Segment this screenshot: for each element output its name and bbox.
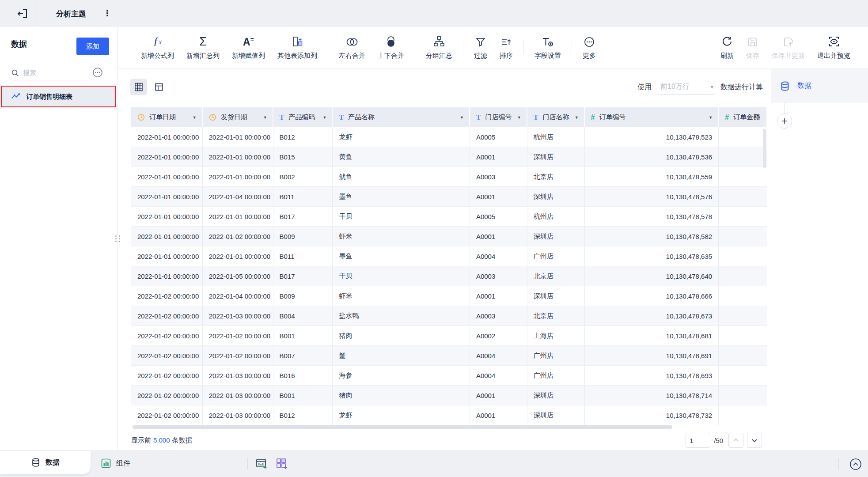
- row-count-link[interactable]: 5,000: [153, 436, 170, 444]
- add-button[interactable]: 添加: [76, 38, 109, 55]
- table-cell: 2022-01-05 00:00:00: [203, 266, 273, 286]
- column-header-label: 发货日期: [221, 113, 247, 121]
- table-cell: 猪肉: [333, 326, 470, 346]
- table-row: 2022-01-02 00:00:002022-01-02 00:00:00B0…: [131, 346, 767, 366]
- add-table-button[interactable]: [777, 114, 792, 129]
- date-type-icon: [137, 114, 145, 121]
- table-row: 2022-01-01 00:00:002022-01-01 00:00:00B0…: [131, 167, 767, 187]
- page-input[interactable]: [686, 433, 710, 448]
- tab-component[interactable]: 组件: [101, 451, 130, 476]
- table-cell: [719, 306, 767, 326]
- field-settings-icon: [542, 34, 554, 48]
- table-cell: 海参: [333, 366, 470, 386]
- assign-icon: A=: [243, 34, 254, 48]
- toolbar-refresh[interactable]: 刷新: [714, 34, 740, 60]
- column-header[interactable]: #订单金额▼: [719, 107, 767, 127]
- column-header[interactable]: T产品编码▼: [273, 107, 333, 127]
- column-dropdown-caret[interactable]: ▼: [757, 115, 761, 120]
- table-cell: B009: [273, 227, 333, 246]
- top-bar: 分析主题 ⋮: [0, 0, 868, 26]
- toolbar-merge-top-bottom[interactable]: 上下合并: [371, 34, 410, 60]
- column-header-label: 订单金额: [733, 113, 760, 121]
- page-up-button[interactable]: [728, 433, 743, 448]
- edit-toolbar: ƒx 新增公式列 Σ 新增汇总列 A= 新增赋值列 其他表添加列 左右合并: [118, 26, 868, 68]
- toolbar-new-summary-column[interactable]: Σ 新增汇总列: [180, 34, 226, 60]
- toolbar-group-summary[interactable]: 分组汇总: [420, 34, 459, 60]
- toolbar-save[interactable]: 保存: [740, 34, 766, 60]
- layout-view-toggle[interactable]: [151, 79, 167, 95]
- toolbar-field-settings[interactable]: 字段设置: [528, 34, 567, 60]
- table-cell: 北京店: [527, 306, 585, 326]
- column-dropdown-caret[interactable]: ▼: [517, 115, 521, 120]
- column-dropdown-caret[interactable]: ▼: [460, 115, 464, 120]
- sidebar-resize-handle[interactable]: [115, 230, 121, 247]
- table-cell: A0003: [470, 266, 527, 286]
- column-header[interactable]: 发货日期▼: [203, 107, 273, 127]
- column-dropdown-caret[interactable]: ▼: [263, 115, 267, 120]
- toolbar-divider: [523, 41, 524, 54]
- sort-icon: [500, 34, 512, 48]
- vertical-scrollbar[interactable]: [763, 129, 766, 168]
- table-cell: 2022-01-02 00:00:00: [131, 306, 203, 326]
- horizontal-scrollbar[interactable]: [133, 425, 672, 429]
- column-dropdown-caret[interactable]: ▼: [709, 115, 713, 120]
- search-options-icon[interactable]: [91, 66, 104, 79]
- toolbar-save-and-update[interactable]: 保存并更新: [766, 34, 811, 60]
- table-cell: 10,130,478,536: [585, 147, 719, 167]
- column-dropdown-caret[interactable]: ▼: [193, 115, 197, 120]
- table-cell: [719, 286, 767, 306]
- toolbar-new-formula-column[interactable]: ƒx 新增公式列: [135, 34, 180, 60]
- column-header[interactable]: T门店名称▼: [527, 107, 585, 127]
- column-header[interactable]: T门店编号▼: [470, 107, 527, 127]
- line-chart-icon: [11, 92, 20, 102]
- table-row: 2022-01-01 00:00:002022-01-01 00:00:00B0…: [131, 246, 767, 266]
- table-cell: 10,130,478,693: [585, 366, 719, 386]
- row-limit-select[interactable]: 前10万行 ▾: [657, 80, 715, 95]
- toolbar-exit-preview[interactable]: 退出并预览: [811, 34, 857, 60]
- table-view-toggle[interactable]: [130, 79, 147, 95]
- column-header[interactable]: #订单编号▼: [585, 107, 719, 127]
- more-menu-icon[interactable]: ⋮: [103, 8, 112, 19]
- table-cell: B001: [273, 326, 333, 346]
- table-cell: B007: [273, 346, 333, 366]
- column-header-label: 订单编号: [599, 113, 626, 121]
- toolbar-add-column-other-table[interactable]: 其他表添加列: [271, 34, 323, 60]
- number-type-icon: #: [725, 114, 729, 121]
- column-dropdown-caret[interactable]: ▼: [575, 115, 579, 120]
- tab-data[interactable]: 数据: [0, 451, 91, 474]
- add-column-icon: [291, 34, 303, 48]
- page-down-button[interactable]: [747, 433, 762, 448]
- right-panel-header: 数据: [771, 69, 868, 103]
- group-summary-icon: [433, 34, 445, 48]
- toolbar-divider: [463, 41, 463, 54]
- column-header[interactable]: T产品名称▼: [333, 107, 470, 127]
- toolbar-merge-left-right[interactable]: 左右合并: [333, 34, 371, 60]
- table-cell: B004: [273, 306, 333, 326]
- search-input[interactable]: [23, 69, 87, 76]
- table-cell: 猪肉: [333, 386, 470, 405]
- table-cell: 深圳店: [527, 405, 585, 425]
- table-row: 2022-01-02 00:00:002022-01-02 00:00:00B0…: [131, 326, 767, 346]
- table-cell: 2022-01-03 00:00:00: [203, 306, 273, 326]
- exit-icon[interactable]: [17, 8, 28, 19]
- sidebar-item-order-sales-table[interactable]: 订单销售明细表: [0, 87, 116, 107]
- collapse-panel-icon[interactable]: [849, 458, 862, 471]
- table-cell: 10,130,478,640: [585, 266, 719, 286]
- toolbar-right-group: 刷新 保存 保存并更新: [714, 34, 857, 60]
- column-dropdown-caret[interactable]: ▼: [322, 115, 326, 120]
- table-cell: A0003: [470, 306, 527, 326]
- table-row: 2022-01-02 00:00:002022-01-03 00:00:00B0…: [131, 306, 767, 326]
- table-cell: 2022-01-01 00:00:00: [131, 227, 203, 246]
- toolbar-sort[interactable]: 排序: [493, 34, 519, 60]
- table-cell: 10,130,478,559: [585, 167, 719, 187]
- table-cell: 2022-01-01 00:00:00: [203, 246, 273, 266]
- table-row: 2022-01-01 00:00:002022-01-02 00:00:00B0…: [131, 227, 767, 246]
- add-dashboard-icon[interactable]: [276, 458, 288, 470]
- toolbar-new-assign-column[interactable]: A= 新增赋值列: [226, 34, 271, 60]
- column-header[interactable]: 订单日期▼: [131, 107, 203, 127]
- add-chart-icon[interactable]: [255, 458, 268, 470]
- toolbar-more[interactable]: 更多: [576, 34, 602, 60]
- table-cell: A0002: [470, 326, 527, 346]
- toolbar-filter[interactable]: 过滤: [468, 34, 493, 60]
- table-cell: 2022-01-01 00:00:00: [203, 207, 273, 227]
